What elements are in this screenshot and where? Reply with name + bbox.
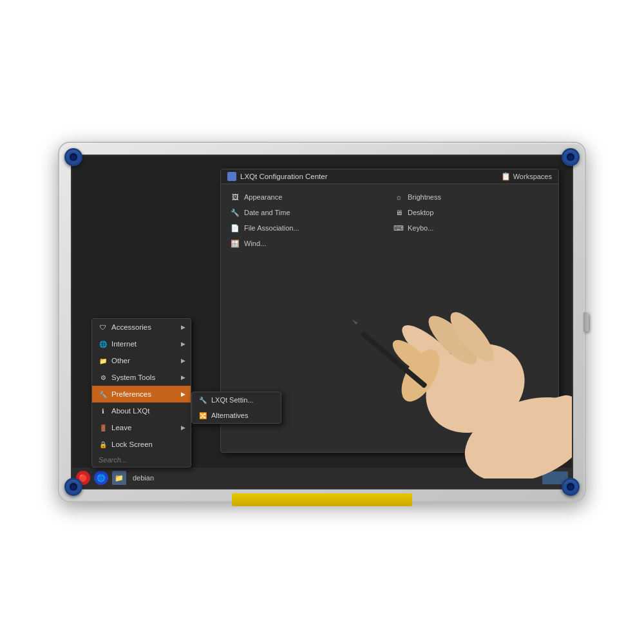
config-item-desktop[interactable]: 🖥 Desktop <box>390 205 553 220</box>
preferences-icon: 🔧 <box>99 390 108 399</box>
menu-item-internet[interactable]: 🌐 Internet ▶ <box>92 336 191 352</box>
ribbon <box>232 493 412 506</box>
other-icon: 📁 <box>99 356 108 365</box>
menu-item-system-tools[interactable]: ⚙ System Tools ▶ <box>92 369 191 386</box>
taskbar: 🔴 🌐 📁 debian <box>72 468 572 488</box>
config-title-icon <box>227 172 236 181</box>
device: LXQt Configuration Center 📋 Workspaces 🖼… <box>58 142 586 502</box>
other-arrow: ▶ <box>181 357 185 364</box>
brightness-icon: ☼ <box>393 192 404 202</box>
accessories-icon: 🛡 <box>99 323 108 332</box>
appearance-icon: 🖼 <box>230 192 240 202</box>
desktop: LXQt Configuration Center 📋 Workspaces 🖼… <box>72 156 572 488</box>
system-tools-arrow: ▶ <box>181 374 185 381</box>
menu-submenu-preferences: 🔧 LXQt Settin... 🔀 Alternatives <box>191 392 281 424</box>
corner-mount-tl <box>64 148 82 166</box>
menu-container: 🛡 Accessories ▶ 🌐 Internet ▶ 📁 Other ▶ <box>91 318 191 468</box>
config-item-keyboard[interactable]: ⌨ Keybo... <box>390 220 553 236</box>
menu-submenu-item-lxqt[interactable]: 🔧 LXQt Settin... <box>192 392 281 408</box>
internet-icon: 🌐 <box>99 339 108 348</box>
leave-icon: 🚪 <box>99 423 108 432</box>
menu-item-preferences[interactable]: 🔧 Preferences ▶ <box>92 386 191 402</box>
menu-item-other[interactable]: 📁 Other ▶ <box>92 352 191 369</box>
config-item-appearance[interactable]: 🖼 Appearance <box>226 189 390 205</box>
side-button[interactable] <box>583 312 589 332</box>
system-tools-icon: ⚙ <box>99 373 108 382</box>
preferences-arrow: ▶ <box>181 391 185 397</box>
menu-item-lock-screen[interactable]: 🔒 Lock Screen <box>92 436 191 453</box>
window-icon: 🪟 <box>230 238 240 249</box>
taskbar-app-icon-3[interactable]: 📁 <box>112 471 126 485</box>
config-item-datetime[interactable]: 🔧 Date and Time <box>226 205 390 220</box>
alternatives-icon: 🔀 <box>198 411 207 420</box>
config-item-brightness[interactable]: ☼ Brightness <box>390 189 553 205</box>
config-body: 🖼 Appearance ☼ Brightness 🔧 Date and Tim… <box>221 184 558 256</box>
taskbar-label: debian <box>133 474 154 482</box>
corner-mount-tr <box>562 148 580 166</box>
accessories-arrow: ▶ <box>181 324 185 330</box>
internet-arrow: ▶ <box>181 341 185 347</box>
config-item-file-assoc[interactable]: 📄 File Association... <box>226 220 390 236</box>
workspaces-label[interactable]: 📋 Workspaces <box>501 172 552 181</box>
taskbar-app-icon-2[interactable]: 🌐 <box>94 471 108 485</box>
leave-arrow: ▶ <box>181 424 185 431</box>
lock-icon: 🔒 <box>99 440 108 449</box>
corner-mount-bl <box>64 478 82 496</box>
about-icon: ℹ <box>99 406 108 415</box>
config-item-window[interactable]: 🪟 Wind... <box>226 236 390 251</box>
menu-primary: 🛡 Accessories ▶ 🌐 Internet ▶ 📁 Other ▶ <box>91 318 191 468</box>
menu-item-leave[interactable]: 🚪 Leave ▶ <box>92 419 191 436</box>
datetime-icon: 🔧 <box>230 207 240 218</box>
menu-submenu-item-alternatives[interactable]: 🔀 Alternatives <box>192 408 281 423</box>
config-panel-header: LXQt Configuration Center 📋 Workspaces <box>221 169 558 184</box>
config-panel-title: LXQt Configuration Center <box>227 172 328 181</box>
desktop-icon: 🖥 <box>393 207 404 218</box>
menu-item-about-lxqt[interactable]: ℹ About LXQt <box>92 402 191 419</box>
menu-search: Search... <box>92 453 191 467</box>
menu-item-accessories[interactable]: 🛡 Accessories ▶ <box>92 319 191 336</box>
config-panel-title-text: LXQt Configuration Center <box>240 173 328 180</box>
lxqt-settings-icon: 🔧 <box>198 395 207 404</box>
keyboard-icon: ⌨ <box>393 223 404 233</box>
screen: LXQt Configuration Center 📋 Workspaces 🖼… <box>71 155 573 489</box>
corner-mount-br <box>562 478 580 496</box>
file-assoc-icon: 📄 <box>230 223 240 233</box>
